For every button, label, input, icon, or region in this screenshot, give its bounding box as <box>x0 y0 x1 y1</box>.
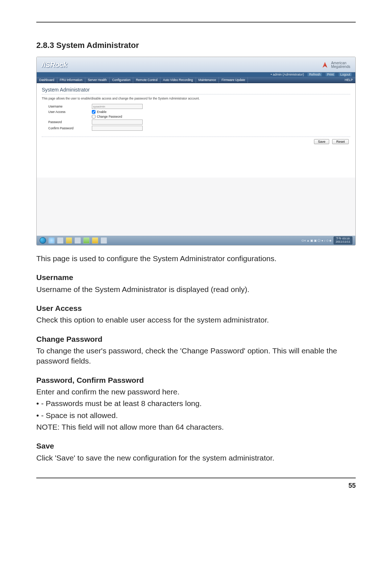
start-orb-icon[interactable] <box>40 237 46 244</box>
save-heading: Save <box>36 441 356 451</box>
nav-dashboard[interactable]: Dashboard <box>37 77 57 83</box>
bmc-web-ui-screenshot: /ISRock American Megatrends • admin (Adm… <box>36 57 356 246</box>
nav-help[interactable]: HELP <box>342 77 355 83</box>
bottom-rule <box>36 478 356 478</box>
label-confirm-password: Confirm Password <box>48 126 92 130</box>
page-number: 55 <box>36 482 356 490</box>
taskbar-clock[interactable]: 下午 03:18 2011/11/11 <box>334 236 352 244</box>
save-paragraph: Click 'Save' to save the new configurati… <box>36 453 356 463</box>
ui-subheader: • admin (Administrator) Refresh Print Lo… <box>37 72 355 77</box>
username-input <box>92 104 143 109</box>
user-access-paragraph: Check this option to enable user access … <box>36 315 356 325</box>
nav-maintenance[interactable]: Maintenance <box>196 77 219 83</box>
system-tray-icons[interactable]: CH ▲ ▣ ▣ ⓘ ● ♪ ◇ ◈ <box>302 239 331 243</box>
taskbar-app-icon[interactable] <box>66 237 72 244</box>
ami-line2: Megatrends <box>331 65 350 69</box>
nav-configuration[interactable]: Configuration <box>110 77 134 83</box>
password-confirm-heading: Password, Confirm Password <box>36 375 356 385</box>
change-password-paragraph: To change the user's password, check the… <box>36 346 356 366</box>
password-input[interactable] <box>92 119 143 125</box>
password-note: NOTE: This field will not allow more tha… <box>36 422 356 432</box>
password-bullet-1: • - Passwords must be at least 8 charact… <box>36 398 356 409</box>
nav-auto-video[interactable]: Auto Video Recording <box>160 77 196 83</box>
username-heading: Username <box>36 272 356 283</box>
confirm-password-input[interactable] <box>92 126 143 131</box>
panel-desc: This page allows the user to enable/disa… <box>42 97 350 100</box>
taskbar-app-icon[interactable] <box>74 237 81 244</box>
label-password: Password <box>48 120 92 124</box>
password-paragraph-1: Enter and confirm the new password here. <box>36 387 356 397</box>
change-password-label: Change Password <box>97 115 122 118</box>
panel-divider <box>42 137 350 137</box>
row-password: Password <box>48 119 350 125</box>
welcome-text: • admin (Administrator) <box>271 73 304 76</box>
nav-firmware-update[interactable]: Firmware Update <box>219 77 248 83</box>
print-link[interactable]: Print <box>326 73 335 76</box>
ui-nav: Dashboard FRU Information Server Health … <box>37 77 355 83</box>
logout-link[interactable]: Logout <box>339 73 352 76</box>
windows-taskbar: CH ▲ ▣ ▣ ⓘ ● ♪ ◇ ◈ 下午 03:18 2011/11/11 <box>37 236 355 245</box>
taskbar-app-icon[interactable] <box>101 237 107 244</box>
ami-logo: American Megatrends <box>321 61 350 69</box>
change-password-heading: Change Password <box>36 334 356 344</box>
ui-spacer <box>37 178 355 236</box>
nav-remote-control[interactable]: Remote Control <box>133 77 160 83</box>
taskbar-app-icon[interactable] <box>48 237 55 244</box>
panel-title: System Administrator <box>42 87 350 94</box>
ui-header: /ISRock American Megatrends <box>37 57 355 72</box>
label-user-access: User Access <box>48 110 92 114</box>
change-password-checkbox[interactable] <box>92 115 95 118</box>
refresh-link[interactable]: Refresh <box>307 73 322 76</box>
doc-text: This page is used to configure the Syste… <box>36 254 356 463</box>
save-button[interactable]: Save <box>314 139 330 144</box>
user-access-checkbox[interactable] <box>92 110 95 114</box>
row-change-password: Change Password <box>48 115 350 118</box>
asrock-logo: /ISRock <box>42 61 67 69</box>
nav-fru[interactable]: FRU Information <box>57 77 85 83</box>
row-user-access: User Access Enable <box>48 110 350 114</box>
row-username: Username <box>48 104 350 109</box>
label-username: Username <box>48 105 92 108</box>
taskbar-app-icon[interactable] <box>83 237 90 244</box>
nav-server-health[interactable]: Server Health <box>85 77 110 83</box>
user-access-heading: User Access <box>36 303 356 313</box>
taskbar-app-icon[interactable] <box>57 237 64 244</box>
taskbar-app-icon[interactable] <box>92 237 98 244</box>
intro-paragraph: This page is used to configure the Syste… <box>36 254 356 264</box>
top-rule <box>36 22 356 23</box>
ami-triangle-icon <box>321 62 329 68</box>
reset-button[interactable]: Reset <box>332 139 349 144</box>
ui-body: System Administrator This page allows th… <box>37 83 355 178</box>
enable-label: Enable <box>97 110 106 114</box>
password-bullet-2: • - Space is not allowed. <box>36 410 356 421</box>
username-paragraph: Username of the System Administrator is … <box>36 284 356 295</box>
section-heading: 2.8.3 System Administrator <box>36 41 356 50</box>
row-confirm-password: Confirm Password <box>48 126 350 131</box>
ami-line1: American <box>331 61 350 65</box>
